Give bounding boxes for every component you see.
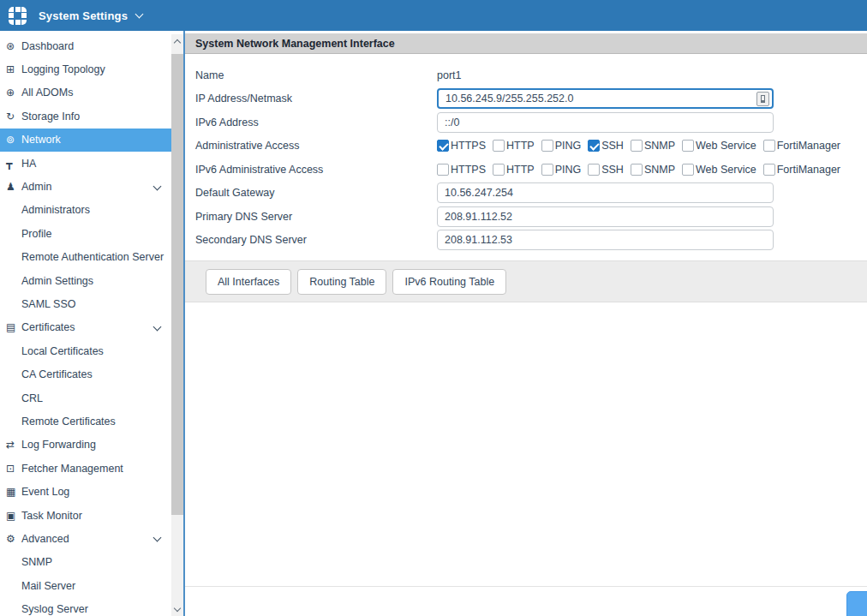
checkbox-label: SSH — [601, 140, 624, 152]
sidebar-item-label: Network — [21, 134, 61, 146]
sidebar-item-mail-server[interactable]: Mail Server — [0, 574, 171, 597]
sidebar-item-ha[interactable]: ┳ HA — [0, 152, 171, 175]
ipv6-admin-access-label: IPv6 Administrative Access — [195, 164, 437, 176]
panel-title: System Network Management Interface — [185, 33, 867, 54]
sidebar: ⊛ Dashboard ⊞ Logging Topology ⊕ All ADO… — [0, 31, 183, 616]
app-title[interactable]: System Settings — [39, 9, 128, 22]
chevron-down-icon[interactable] — [135, 9, 144, 18]
sidebar-item-all-adoms[interactable]: ⊕ All ADOMs — [0, 81, 171, 105]
sidebar-item-storage-info[interactable]: ↻ Storage Info — [0, 105, 171, 128]
sidebar-item-saml-sso[interactable]: SAML SSO — [0, 292, 171, 315]
sidebar-item-label: All ADOMs — [21, 87, 73, 99]
sidebar-item-administrators[interactable]: Administrators — [0, 199, 171, 222]
sidebar-item-snmp[interactable]: SNMP — [0, 551, 171, 574]
checkbox-label: FortiManager — [777, 140, 840, 152]
scrollbar-thumb[interactable] — [171, 54, 183, 515]
sidebar-scrollbar[interactable] — [171, 34, 183, 616]
checkbox-label: PING — [555, 140, 582, 152]
footer-bar — [185, 586, 867, 616]
checkbox-ssh[interactable]: SSH — [588, 140, 624, 152]
checkbox-icon — [631, 164, 643, 176]
scroll-down-icon[interactable] — [175, 603, 180, 616]
checkbox-ipv6-http[interactable]: HTTP — [493, 164, 535, 176]
gateway-label: Default Gateway — [195, 187, 437, 199]
sidebar-item-event-log[interactable]: ▦ Event Log — [0, 480, 171, 503]
apply-button[interactable] — [846, 591, 867, 616]
checkbox-snmp[interactable]: SNMP — [631, 140, 675, 152]
sidebar-item-label: HA — [21, 158, 36, 170]
checkbox-icon — [493, 140, 505, 152]
primary-dns-input[interactable] — [437, 206, 774, 227]
checkbox-icon — [541, 164, 553, 176]
checkbox-icon — [763, 164, 775, 176]
checkbox-ipv6-web-service[interactable]: Web Service — [682, 164, 756, 176]
task-monitor-icon: ▣ — [6, 510, 21, 522]
sidebar-item-network[interactable]: ⊚ Network — [0, 129, 171, 152]
checkbox-label: SNMP — [644, 164, 675, 176]
sidebar-item-logging-topology[interactable]: ⊞ Logging Topology — [0, 57, 171, 81]
sidebar-item-label: Log Forwarding — [21, 439, 96, 451]
ip-picker-icon[interactable] — [756, 92, 769, 106]
scroll-up-icon[interactable] — [175, 34, 180, 47]
checkbox-checked-icon — [588, 140, 600, 152]
ipv6-address-input[interactable] — [437, 112, 774, 133]
sidebar-item-advanced[interactable]: ⚙ Advanced — [0, 527, 171, 550]
sidebar-item-label: Admin — [21, 181, 51, 193]
sidebar-item-admin[interactable]: ♟ Admin — [0, 175, 171, 198]
sidebar-item-label: Local Certificates — [21, 345, 104, 357]
sidebar-item-label: Storage Info — [21, 111, 80, 123]
sidebar-item-label: Administrators — [21, 204, 90, 216]
chevron-down-icon[interactable] — [153, 534, 162, 542]
default-gateway-input[interactable] — [437, 182, 774, 203]
sidebar-item-label: Task Monitor — [21, 510, 82, 522]
network-form: Name port1 IP Address/Netmask IPv6 Addre… — [185, 54, 867, 252]
dns2-label: Secondary DNS Server — [195, 234, 437, 246]
sidebar-item-remote-certificates[interactable]: Remote Certificates — [0, 410, 171, 433]
checkbox-ping[interactable]: PING — [541, 140, 582, 152]
sidebar-item-syslog-server[interactable]: Syslog Server — [0, 597, 171, 616]
sidebar-item-label: SAML SSO — [21, 298, 75, 310]
admin-access-label: Administrative Access — [195, 140, 437, 152]
ipv6-routing-table-button[interactable]: IPv6 Routing Table — [392, 269, 506, 295]
sidebar-item-label: Certificates — [21, 321, 75, 333]
sidebar-item-label: Mail Server — [21, 580, 75, 592]
sidebar-item-task-monitor[interactable]: ▣ Task Monitor — [0, 504, 171, 527]
ip-label: IP Address/Netmask — [195, 93, 437, 105]
sidebar-item-local-certificates[interactable]: Local Certificates — [0, 339, 171, 362]
checkbox-label: PING — [555, 164, 582, 176]
checkbox-ipv6-https[interactable]: HTTPS — [437, 164, 486, 176]
all-interfaces-button[interactable]: All Interfaces — [206, 269, 291, 295]
fortinet-logo-icon — [9, 7, 27, 25]
checkbox-https[interactable]: HTTPS — [437, 140, 486, 152]
sidebar-item-certificates[interactable]: ▤ Certificates — [0, 316, 171, 339]
checkbox-icon — [541, 140, 553, 152]
chevron-down-icon[interactable] — [153, 182, 162, 190]
sidebar-item-label: Advanced — [21, 533, 69, 545]
secondary-dns-input[interactable] — [437, 230, 774, 250]
checkbox-ipv6-fortimanager[interactable]: FortiManager — [763, 164, 840, 176]
chevron-down-icon[interactable] — [153, 322, 162, 331]
sidebar-item-label: SNMP — [21, 556, 52, 568]
sidebar-item-admin-settings[interactable]: Admin Settings — [0, 269, 171, 292]
sidebar-item-fetcher-management[interactable]: ⊡ Fetcher Management — [0, 457, 171, 480]
ip-address-input[interactable] — [437, 88, 774, 109]
checkbox-ipv6-snmp[interactable]: SNMP — [631, 164, 675, 176]
checkbox-http[interactable]: HTTP — [493, 140, 535, 152]
form-row-dns2: Secondary DNS Server — [195, 229, 867, 253]
sidebar-item-dashboard[interactable]: ⊛ Dashboard — [0, 34, 171, 57]
checkbox-ipv6-ssh[interactable]: SSH — [588, 164, 624, 176]
sidebar-item-crl[interactable]: CRL — [0, 386, 171, 410]
checkbox-ipv6-ping[interactable]: PING — [541, 164, 582, 176]
sidebar-item-ca-certificates[interactable]: CA Certificates — [0, 362, 171, 386]
checkbox-web-service[interactable]: Web Service — [682, 140, 756, 152]
checkbox-fortimanager[interactable]: FortiManager — [763, 140, 840, 152]
checkbox-icon — [763, 140, 775, 152]
main-panel: System Network Management Interface Name… — [183, 31, 867, 616]
routing-table-button[interactable]: Routing Table — [297, 269, 386, 295]
sidebar-item-remote-authentication-server[interactable]: Remote Authentication Server — [0, 246, 171, 269]
form-row-gateway: Default Gateway — [195, 182, 867, 206]
sidebar-item-log-forwarding[interactable]: ⇄ Log Forwarding — [0, 434, 171, 457]
checkbox-icon — [493, 164, 505, 176]
sidebar-item-profile[interactable]: Profile — [0, 222, 171, 245]
fetcher-management-icon: ⊡ — [6, 463, 21, 475]
